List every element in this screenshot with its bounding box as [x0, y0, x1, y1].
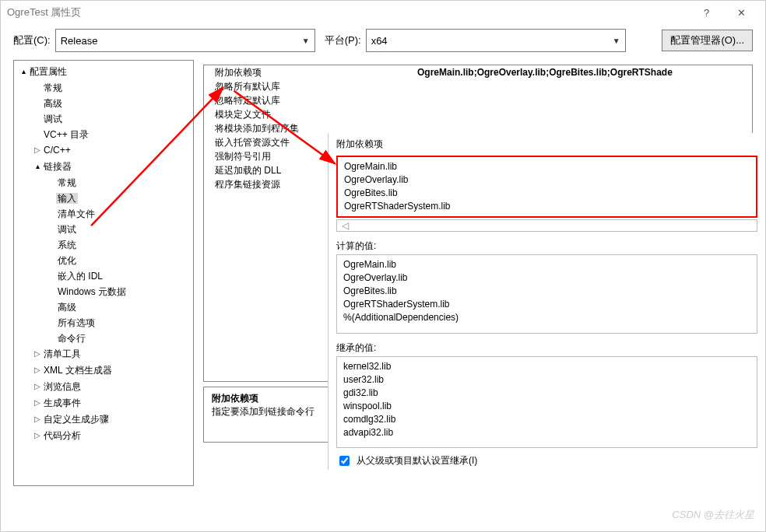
help-icon[interactable]: ? — [689, 1, 724, 24]
inherited-values: kernel32.lib user32.lib gdi32.lib winspo… — [336, 356, 757, 448]
property-row: 忽略特定默认库 — [204, 93, 752, 107]
chevron-down-icon: ▼ — [302, 37, 310, 45]
popup-title: 附加依赖项 — [336, 138, 757, 154]
tree-node: 命令行 — [47, 331, 193, 346]
inherit-checkbox[interactable] — [339, 456, 350, 466]
platform-dropdown[interactable]: x64 ▼ — [366, 29, 626, 52]
tree-node: 系统 — [47, 237, 193, 253]
property-row: 忽略所有默认库 — [204, 79, 752, 93]
tree-node: ▷代码分析 — [33, 428, 193, 444]
deps-textbox[interactable]: OgreMain.lib OgreOverlay.lib OgreBites.l… — [344, 160, 750, 213]
platform-dropdown-value: x64 — [371, 35, 388, 47]
chevron-down-icon: ▼ — [613, 37, 620, 45]
tree-node: 常规 — [33, 80, 193, 96]
watermark: CSDN @去往火星 — [672, 508, 754, 522]
tree-node: 高级 — [47, 299, 193, 315]
window-title: OgreTest 属性页 — [7, 5, 81, 19]
tree-node: 调试 — [47, 222, 193, 237]
tree-node: 优化 — [47, 253, 193, 268]
calculated-values: OgreMain.lib OgreOverlay.lib OgreBites.l… — [336, 254, 757, 334]
tree-node: 所有选项 — [47, 315, 193, 331]
inherit-checkbox-label: 从父级或项目默认设置继承(I) — [357, 454, 477, 467]
tree-node: 常规 — [47, 175, 193, 191]
property-page-window: { "title": "OgreTest 属性页", "config_row":… — [0, 0, 766, 532]
inherited-label: 继承的值: — [336, 341, 757, 355]
property-tree[interactable]: ▴配置属性 常规 高级 调试 VC++ 目录 ▷C/C++ ▴链接器 常规 输入… — [13, 60, 194, 486]
property-row-additional-deps[interactable]: 附加依赖项 OgreMain.lib;OgreOverlay.lib;OgreB… — [204, 65, 752, 79]
tree-node: 调试 — [33, 111, 193, 127]
tree-node: ▷清单工具 — [33, 346, 193, 362]
tree-node: ▷浏览信息 — [33, 379, 193, 395]
platform-label: 平台(P): — [325, 33, 361, 47]
tree-node-linker: ▴链接器 — [33, 159, 193, 175]
tree-node: 嵌入的 IDL — [47, 268, 193, 284]
tree-node-root: ▴配置属性 — [19, 64, 193, 80]
scroll-left-icon[interactable]: ◁ — [336, 219, 757, 232]
additional-deps-popup: 附加依赖项 OgreMain.lib OgreOverlay.lib OgreB… — [328, 133, 765, 470]
tree-node: ▷XML 文档生成器 — [33, 362, 193, 379]
titlebar: OgreTest 属性页 ? ✕ — [1, 1, 765, 24]
config-label: 配置(C): — [13, 33, 51, 47]
config-dropdown[interactable]: Release ▼ — [55, 29, 315, 52]
tree-node: Windows 元数据 — [47, 284, 193, 299]
tree-node: ▷自定义生成步骤 — [33, 411, 193, 428]
close-icon[interactable]: ✕ — [724, 1, 759, 24]
tree-node-input: 输入 — [47, 191, 193, 206]
tree-node: 高级 — [33, 96, 193, 111]
tree-node: ▷生成事件 — [33, 395, 193, 411]
tree-node: 清单文件 — [47, 206, 193, 222]
configuration-toolbar: 配置(C): Release ▼ 平台(P): x64 ▼ 配置管理器(O)..… — [13, 29, 753, 52]
calculated-label: 计算的值: — [336, 240, 757, 253]
deps-edit-highlight: OgreMain.lib OgreOverlay.lib OgreBites.l… — [336, 156, 757, 218]
tree-node-ccpp: ▷C/C++ — [33, 142, 193, 159]
config-dropdown-value: Release — [61, 35, 98, 47]
property-row: 模块定义文件 — [204, 107, 752, 121]
config-manager-button[interactable]: 配置管理器(O)... — [662, 30, 753, 51]
tree-node: VC++ 目录 — [33, 127, 193, 142]
